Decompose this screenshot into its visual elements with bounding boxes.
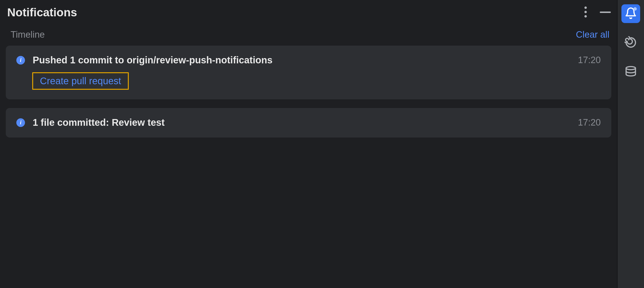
svg-rect-3 (600, 11, 611, 13)
notification-header-row: i 1 file committed: Review test 17:20 (16, 117, 601, 128)
kebab-menu-icon (584, 6, 587, 18)
more-options-button[interactable] (582, 5, 589, 20)
panel-header: Notifications (0, 5, 617, 29)
panel-title: Notifications (7, 6, 77, 19)
svg-point-0 (584, 6, 587, 9)
spiral-icon (624, 36, 637, 50)
notification-title: 1 file committed: Review test (33, 117, 570, 128)
notification-title: Pushed 1 commit to origin/review-push-no… (33, 55, 570, 65)
svg-point-2 (584, 15, 587, 17)
notification-header-row: i Pushed 1 commit to origin/review-push-… (16, 55, 601, 65)
database-rail-button[interactable] (622, 63, 640, 82)
notification-indicator-dot (634, 7, 637, 10)
create-pull-request-link[interactable]: Create pull request (32, 72, 129, 90)
notification-item[interactable]: i 1 file committed: Review test 17:20 (6, 108, 611, 138)
svg-point-4 (626, 66, 636, 70)
app-root: Notifications Timeline Clear all (0, 0, 644, 288)
notifications-rail-button[interactable] (622, 4, 640, 23)
info-icon: i (16, 56, 25, 64)
notifications-panel: Notifications Timeline Clear all (0, 0, 618, 288)
notification-time: 17:20 (578, 55, 601, 65)
notification-time: 17:20 (578, 117, 601, 128)
timeline-label: Timeline (10, 29, 45, 40)
database-icon (624, 65, 637, 79)
notification-item[interactable]: i Pushed 1 commit to origin/review-push-… (6, 46, 611, 99)
minimize-button[interactable] (598, 9, 612, 15)
spiral-rail-button[interactable] (622, 34, 640, 52)
header-actions (582, 5, 612, 20)
panel-subheader: Timeline Clear all (0, 29, 617, 46)
clear-all-button[interactable]: Clear all (576, 29, 610, 40)
notifications-list: i Pushed 1 commit to origin/review-push-… (0, 46, 617, 138)
minimize-icon (600, 10, 611, 14)
svg-point-1 (584, 11, 587, 13)
info-icon: i (16, 118, 25, 127)
right-tool-rail (618, 0, 644, 288)
